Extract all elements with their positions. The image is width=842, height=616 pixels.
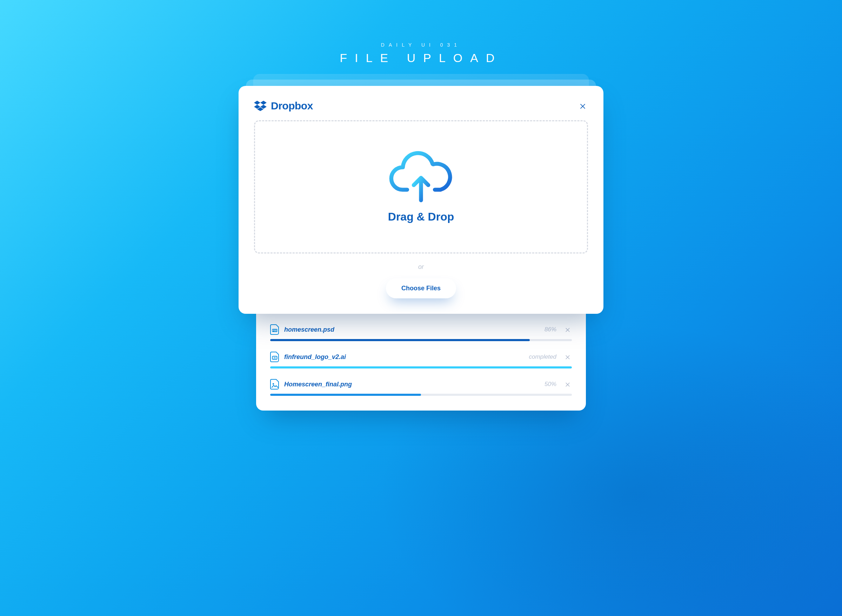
file-type-icon	[270, 352, 279, 362]
close-icon	[564, 354, 571, 360]
file-row: finfreund_logo_v2.ai completed	[270, 352, 572, 368]
brand-name: Dropbox	[271, 100, 313, 112]
close-icon	[579, 102, 586, 110]
close-icon	[564, 381, 571, 387]
cloud-upload-icon	[384, 151, 458, 207]
remove-file-button[interactable]	[563, 326, 572, 334]
svg-marker-0	[254, 101, 260, 104]
upload-dialog: Dropbox	[238, 86, 604, 314]
file-name: homescreen.psd	[284, 326, 539, 333]
page-header: DAILY UI 031 FILE UPLOAD	[339, 42, 502, 65]
dropzone-label: Drag & Drop	[388, 210, 454, 223]
upload-list: homescreen.psd 86% finfreund_logo_v2.ai …	[256, 310, 586, 411]
file-status: completed	[529, 353, 557, 361]
progress-bar	[270, 367, 572, 368]
remove-file-button[interactable]	[563, 353, 572, 361]
progress-bar	[270, 394, 421, 396]
file-name: finfreund_logo_v2.ai	[284, 353, 524, 361]
choose-files-button[interactable]: Choose Files	[386, 279, 456, 298]
dropbox-icon	[254, 101, 267, 111]
file-type-icon	[270, 324, 279, 335]
brand: Dropbox	[254, 100, 313, 112]
file-status: 50%	[545, 381, 557, 388]
file-row: Homescreen_final.png 50%	[270, 379, 572, 396]
close-button[interactable]	[577, 101, 588, 111]
progress-bar	[270, 339, 530, 341]
page-eyebrow: DAILY UI 031	[339, 42, 502, 48]
progress-track	[270, 367, 572, 368]
file-type-icon	[270, 379, 279, 390]
progress-track	[270, 394, 572, 396]
close-icon	[564, 326, 571, 333]
dropzone[interactable]: Drag & Drop	[254, 120, 588, 254]
file-row: homescreen.psd 86%	[270, 324, 572, 341]
or-label: or	[254, 263, 588, 271]
remove-file-button[interactable]	[563, 380, 572, 389]
svg-marker-1	[260, 101, 267, 104]
page-title: FILE UPLOAD	[339, 51, 502, 65]
file-name: Homescreen_final.png	[284, 381, 539, 388]
progress-track	[270, 339, 572, 341]
file-status: 86%	[545, 326, 557, 333]
upload-card: Dropbox	[238, 86, 604, 314]
card-header: Dropbox	[254, 100, 588, 112]
